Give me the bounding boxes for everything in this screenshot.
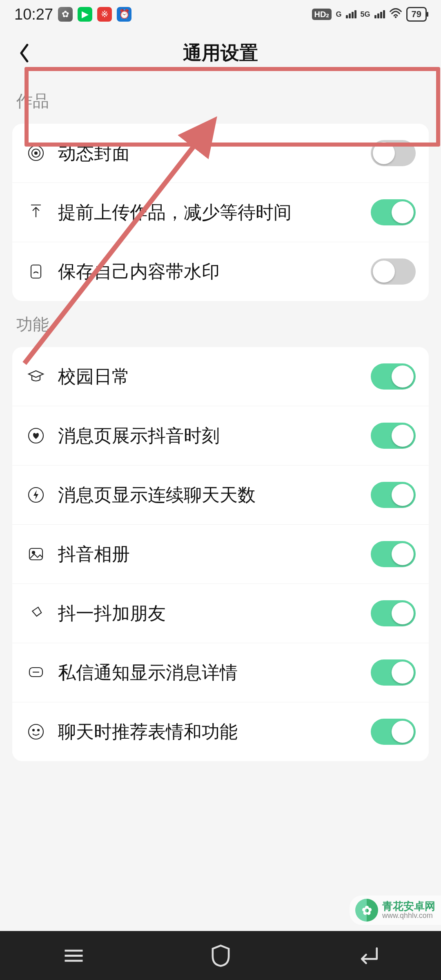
- row-campus-daily[interactable]: 校园日常: [12, 347, 429, 406]
- row-shake-friend[interactable]: 抖一抖加朋友: [12, 584, 429, 643]
- row-dm-detail[interactable]: 私信通知显示消息详情: [12, 643, 429, 702]
- home-icon: [209, 944, 232, 967]
- row-watermark-save[interactable]: 保存自己内容带水印: [12, 242, 429, 301]
- svg-point-4: [35, 152, 37, 154]
- hd-badge: HD₂: [312, 9, 332, 20]
- graduation-icon: [25, 366, 47, 387]
- heart-circle-icon: [25, 425, 47, 446]
- toggle-shake-friend[interactable]: [371, 600, 416, 626]
- target-icon: [25, 143, 47, 164]
- back-button[interactable]: [12, 41, 37, 65]
- row-label: 保存自己内容带水印: [58, 259, 363, 283]
- toggle-chat-streak[interactable]: [371, 482, 416, 508]
- toggle-pre-upload[interactable]: [371, 199, 416, 225]
- section-header-0: 作品: [0, 78, 441, 124]
- nav-back-icon: [356, 944, 379, 967]
- row-chat-emoji[interactable]: 聊天时推荐表情和功能: [12, 702, 429, 761]
- net-5g: 5G: [361, 10, 370, 19]
- row-douyin-album[interactable]: 抖音相册: [12, 525, 429, 584]
- nav-recents-button[interactable]: [59, 941, 88, 970]
- wifi-icon: [389, 8, 402, 20]
- rotate-icon: [25, 603, 47, 624]
- row-label: 抖音相册: [58, 542, 363, 566]
- svg-point-12: [29, 724, 43, 739]
- toggle-douyin-album[interactable]: [371, 541, 416, 567]
- system-navbar: [0, 931, 441, 980]
- svg-point-0: [394, 16, 396, 18]
- message-icon: [25, 662, 47, 683]
- nav-home-button[interactable]: [206, 941, 235, 970]
- toggle-campus-daily[interactable]: [371, 363, 416, 390]
- row-pre-upload[interactable]: 提前上传作品，减少等待时间: [12, 183, 429, 242]
- app-icon-3: ※: [97, 7, 112, 22]
- toggle-dm-detail[interactable]: [371, 659, 416, 686]
- alarm-icon: ⏰: [117, 7, 131, 22]
- row-label: 消息页显示连续聊天天数: [58, 483, 363, 507]
- nav-back-button[interactable]: [353, 941, 382, 970]
- section-card-0: 动态封面提前上传作品，减少等待时间保存自己内容带水印: [12, 124, 429, 301]
- watermark-name: 青花安卓网: [382, 900, 435, 912]
- status-left: 10:27 ✿ ▶ ※ ⏰: [14, 6, 131, 23]
- status-right: HD₂ G 5G 79: [312, 7, 427, 22]
- app-header: 通用设置: [0, 29, 441, 78]
- image-icon: [25, 543, 47, 565]
- watermark-url: www.qhhlv.com: [382, 912, 435, 920]
- upload-icon: [25, 202, 47, 223]
- row-label: 校园日常: [58, 364, 363, 388]
- watermark: ✿ 青花安卓网 www.qhhlv.com: [350, 895, 441, 925]
- toggle-dynamic-cover[interactable]: [371, 140, 416, 166]
- row-chat-streak[interactable]: 消息页显示连续聊天天数: [12, 466, 429, 525]
- smile-icon: [25, 721, 47, 742]
- row-dynamic-cover[interactable]: 动态封面: [12, 124, 429, 183]
- device-icon: [25, 261, 47, 282]
- page-title: 通用设置: [0, 40, 441, 66]
- app-icon-1: ✿: [58, 7, 73, 22]
- watermark-logo: ✿: [355, 899, 378, 922]
- chevron-left-icon: [19, 43, 30, 63]
- row-label: 聊天时推荐表情和功能: [58, 719, 363, 744]
- svg-point-9: [32, 551, 35, 554]
- net-g: G: [336, 10, 341, 19]
- signal-icon-2: [374, 10, 385, 18]
- signal-icon: [346, 10, 356, 18]
- toggle-chat-emoji[interactable]: [371, 719, 416, 745]
- section-header-1: 功能: [0, 301, 441, 347]
- status-time: 10:27: [14, 6, 53, 23]
- row-label: 私信通知显示消息详情: [58, 660, 363, 684]
- svg-point-14: [38, 729, 39, 731]
- row-label: 动态封面: [58, 141, 363, 165]
- row-label: 消息页展示抖音时刻: [58, 423, 363, 448]
- svg-rect-8: [29, 548, 42, 560]
- svg-point-13: [33, 729, 34, 731]
- toggle-watermark-save[interactable]: [371, 258, 416, 285]
- row-label: 抖一抖加朋友: [58, 601, 363, 625]
- section-card-1: 校园日常消息页展示抖音时刻消息页显示连续聊天天数抖音相册抖一抖加朋友私信通知显示…: [12, 347, 429, 761]
- battery-indicator: 79: [406, 7, 427, 22]
- row-label: 提前上传作品，减少等待时间: [58, 200, 363, 224]
- bolt-icon: [25, 484, 47, 506]
- toggle-douyin-moments[interactable]: [371, 423, 416, 449]
- row-douyin-moments[interactable]: 消息页展示抖音时刻: [12, 406, 429, 466]
- watermark-text: 青花安卓网 www.qhhlv.com: [382, 900, 435, 920]
- recents-icon: [62, 944, 85, 967]
- app-icon-2: ▶: [78, 7, 92, 22]
- status-bar: 10:27 ✿ ▶ ※ ⏰ HD₂ G 5G 79: [0, 0, 441, 29]
